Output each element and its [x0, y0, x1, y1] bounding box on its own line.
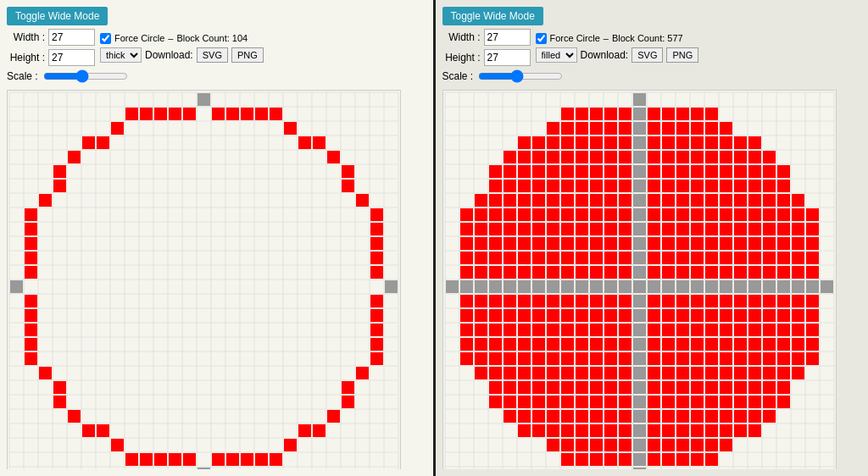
right-svg-button[interactable]: SVG: [632, 47, 663, 63]
right-width-input[interactable]: [484, 29, 531, 46]
right-download-label: Download:: [581, 49, 629, 61]
left-wh-fields: Width : Height :: [7, 29, 95, 66]
left-force-circle-label: Force Circle: [114, 33, 164, 43]
right-canvas: [442, 90, 837, 469]
left-right-controls: Force Circle – Block Count: 104 thick fi…: [100, 33, 264, 63]
left-style-select[interactable]: thick filled: [100, 47, 142, 63]
right-scale-slider[interactable]: [478, 69, 563, 83]
right-force-circle-row: Force Circle – Block Count: 577: [536, 33, 699, 44]
right-force-circle-checkbox[interactable]: [536, 33, 547, 44]
left-download-label: Download:: [145, 49, 193, 61]
left-width-row: Width :: [7, 29, 95, 46]
right-scale-label: Scale :: [442, 70, 474, 82]
left-canvas: [7, 90, 401, 469]
left-height-row: Height :: [7, 49, 95, 66]
left-force-circle-checkbox[interactable]: [100, 33, 111, 44]
right-panel: Toggle Wide Mode Width : Height : Force …: [433, 0, 869, 476]
right-width-row: Width :: [442, 29, 531, 46]
right-wh-fields: Width : Height :: [442, 29, 531, 66]
right-height-row: Height :: [442, 49, 531, 66]
left-width-input[interactable]: [48, 29, 95, 46]
right-controls: Width : Height : Force Circle – Block Co…: [442, 29, 862, 66]
right-width-label: Width :: [442, 31, 481, 43]
left-panel: Toggle Wide Mode Width : Height : Force …: [0, 0, 433, 476]
left-scale-row: Scale :: [7, 69, 426, 83]
left-download-row: thick filled Download: SVG PNG: [100, 47, 264, 63]
left-scale-slider[interactable]: [43, 69, 128, 83]
left-block-count-label: Block Count: 104: [176, 33, 248, 43]
right-toggle-wide-mode-button[interactable]: Toggle Wide Mode: [442, 7, 543, 25]
right-scale-row: Scale :: [442, 69, 862, 83]
right-png-button[interactable]: PNG: [666, 47, 698, 63]
left-png-button[interactable]: PNG: [231, 47, 264, 63]
left-svg-button[interactable]: SVG: [197, 47, 228, 63]
left-scale-label: Scale :: [7, 70, 38, 82]
left-force-circle-row: Force Circle – Block Count: 104: [100, 33, 264, 44]
right-height-label: Height :: [442, 52, 481, 64]
left-width-label: Width :: [7, 31, 45, 43]
right-right-controls: Force Circle – Block Count: 577 thick fi…: [536, 33, 699, 63]
left-height-label: Height :: [7, 52, 45, 64]
right-force-circle-label: Force Circle: [550, 33, 600, 43]
right-style-select[interactable]: thick filled: [536, 47, 577, 63]
right-canvas-container: [442, 86, 862, 469]
left-controls: Width : Height : Force Circle – Block Co…: [7, 29, 426, 66]
left-canvas-container: [7, 86, 426, 469]
right-block-count-label: Block Count: 577: [612, 33, 683, 43]
right-height-input[interactable]: [484, 49, 531, 66]
left-height-input[interactable]: [48, 49, 95, 66]
left-toggle-wide-mode-button[interactable]: Toggle Wide Mode: [7, 7, 108, 25]
right-download-row: thick filled Download: SVG PNG: [536, 47, 699, 63]
